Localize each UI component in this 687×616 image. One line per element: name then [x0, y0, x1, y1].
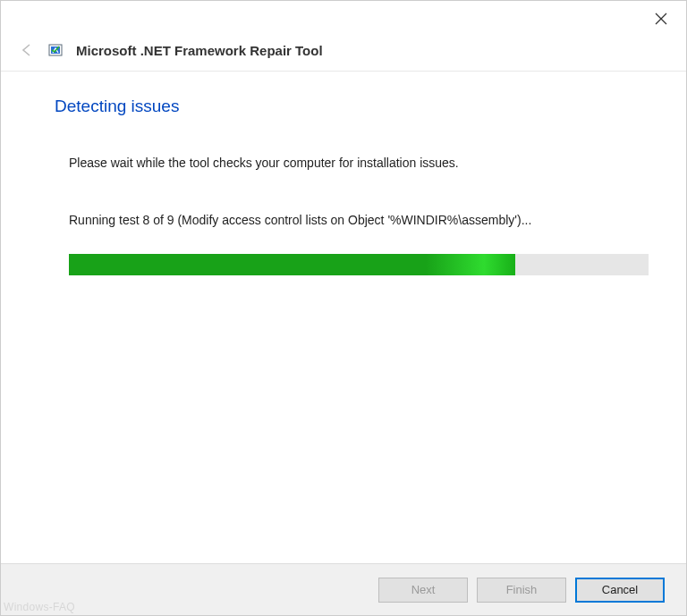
next-button: Next — [378, 578, 468, 603]
back-icon — [19, 43, 35, 57]
close-icon[interactable] — [652, 10, 670, 28]
cancel-button[interactable]: Cancel — [575, 578, 665, 603]
page-heading: Detecting issues — [55, 97, 632, 116]
content-area: Detecting issues Please wait while the t… — [1, 72, 686, 275]
app-icon — [47, 42, 64, 58]
button-bar: Next Finish Cancel — [1, 563, 686, 615]
progress-fill — [69, 254, 515, 275]
status-text: Running test 8 of 9 (Modify access contr… — [69, 213, 632, 227]
finish-button: Finish — [477, 578, 566, 603]
window-title: Microsoft .NET Framework Repair Tool — [76, 43, 323, 58]
progress-bar — [69, 254, 649, 275]
watermark: Windows-FAQ — [4, 601, 75, 613]
header-bar: Microsoft .NET Framework Repair Tool — [1, 37, 686, 72]
titlebar — [1, 1, 686, 37]
instruction-text: Please wait while the tool checks your c… — [69, 156, 632, 170]
